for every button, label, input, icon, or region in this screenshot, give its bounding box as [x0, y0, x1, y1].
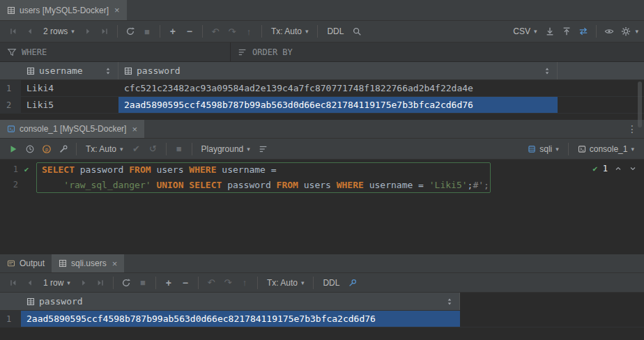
sort-toggle-icon[interactable] — [104, 67, 112, 75]
chevron-down-icon[interactable] — [629, 164, 637, 173]
grid-rows: 12aad5890595ccf4598b787b99ab563d0d66ec82… — [0, 311, 644, 327]
column-header-password[interactable]: password — [118, 62, 558, 79]
toolbar-divider — [202, 25, 203, 38]
tab-label: sqli.users — [71, 258, 107, 268]
rollback-icon[interactable]: ↺ — [146, 141, 161, 157]
tx-mode-dropdown[interactable]: Tx: Auto ▾ — [263, 275, 309, 291]
previous-page-icon[interactable] — [22, 275, 38, 291]
close-tab-icon[interactable]: × — [112, 258, 118, 269]
export-data-icon[interactable] — [542, 24, 558, 39]
order-by-filter-field[interactable]: ORDER BY — [231, 47, 300, 57]
tx-mode-dropdown[interactable]: Tx: Auto ▾ — [267, 24, 313, 39]
redo-icon[interactable]: ↷ — [224, 24, 240, 39]
ddl-button[interactable]: DDL — [319, 275, 344, 291]
close-tab-icon[interactable]: × — [114, 5, 120, 15]
table-cell[interactable]: 2aad5890595ccf4598b787b99ab563d0d66ec821… — [118, 97, 558, 113]
tab-output[interactable]: Output — [0, 254, 52, 272]
search-icon[interactable] — [349, 24, 365, 39]
reload-data-icon[interactable] — [123, 24, 138, 39]
order-by-label: ORDER BY — [252, 47, 293, 57]
grid-rows: 1Liki4cfc521c23482ac93a09584ad2e139c4a7f… — [0, 80, 644, 114]
row-number: 1 — [0, 80, 21, 96]
playground-dropdown[interactable]: Playground ▾ — [197, 141, 254, 157]
table-row[interactable]: 12aad5890595ccf4598b787b99ab563d0d66ec82… — [0, 311, 644, 327]
table-cell[interactable]: 2aad5890595ccf4598b787b99ab563d0d66ec821… — [21, 311, 460, 327]
column-label: username — [39, 65, 83, 76]
submit-icon[interactable]: ↑ — [241, 24, 256, 39]
tx-mode-dropdown[interactable]: Tx: Auto ▾ — [82, 141, 128, 157]
row-number: 2 — [0, 97, 21, 113]
grid-filler — [0, 114, 644, 120]
pin-tab-icon[interactable] — [345, 275, 360, 291]
history-clock-icon[interactable] — [22, 141, 38, 157]
tab-console[interactable]: console_1 [MySQL5-Docker] × — [0, 120, 144, 138]
undo-icon[interactable]: ↶ — [204, 275, 219, 291]
delete-row-icon[interactable]: − — [182, 24, 197, 39]
toolbar-divider — [192, 143, 192, 155]
stop-icon[interactable]: ■ — [171, 141, 187, 157]
add-row-icon[interactable]: + — [161, 275, 176, 291]
commit-check-icon[interactable]: ✔ — [129, 141, 144, 157]
result-tab-bar: Output sqli.users × — [0, 254, 644, 273]
table-row[interactable]: 2Liki52aad5890595ccf4598b787b99ab563d0d6… — [0, 97, 644, 114]
bottom-result-grid: password 12aad5890595ccf4598b787b99ab563… — [0, 293, 644, 340]
tab-users-grid[interactable]: users [MySQL5-Docker] × — [0, 0, 127, 20]
session-dropdown[interactable]: console_1 ▾ — [574, 141, 638, 157]
stop-icon[interactable]: ■ — [139, 24, 155, 39]
sort-toggle-icon[interactable] — [445, 298, 454, 306]
chevron-down-icon: ▾ — [534, 28, 537, 35]
code-text[interactable]: SELECT password FROM users WHERE usernam… — [35, 164, 277, 175]
result-toolbar: 1 row ▾ ■ + − ↶ ↷ ↑ Tx: Auto ▾ DDL — [0, 273, 644, 293]
previous-page-icon[interactable] — [22, 24, 38, 39]
page-size-dropdown[interactable]: 1 row ▾ — [39, 275, 75, 291]
submit-icon[interactable]: ↑ — [237, 275, 252, 291]
tx-mode-label: Tx: Auto — [271, 26, 302, 36]
editor-line[interactable]: 2 'raw_sql_danger' UNION SELECT password… — [0, 177, 644, 192]
reload-data-icon[interactable] — [118, 275, 134, 291]
close-tab-icon[interactable]: × — [132, 124, 137, 134]
wrench-icon[interactable] — [56, 141, 71, 157]
table-cell[interactable]: Liki4 — [21, 80, 118, 96]
tab-result-grid[interactable]: sqli.users × — [52, 254, 124, 272]
delete-row-icon[interactable]: − — [178, 275, 193, 291]
export-format-dropdown[interactable]: CSV ▾ — [509, 24, 541, 39]
tx-mode-label: Tx: Auto — [86, 144, 116, 154]
last-page-icon[interactable] — [97, 24, 112, 39]
sql-editor[interactable]: 1✔SELECT password FROM users WHERE usern… — [0, 160, 644, 254]
page-size-dropdown[interactable]: 2 rows ▾ — [39, 24, 79, 39]
undo-icon[interactable]: ↶ — [208, 24, 223, 39]
table-cell[interactable]: cfc521c23482ac93a09584ad2e139c4a7fc87077… — [118, 80, 558, 96]
schema-dropdown[interactable]: sqli ▾ — [523, 141, 563, 157]
first-page-icon[interactable] — [6, 24, 21, 39]
compare-data-icon[interactable] — [576, 24, 591, 39]
view-options-eye-icon[interactable] — [601, 24, 617, 39]
ddl-label: DDL — [327, 26, 344, 36]
redo-icon[interactable]: ↷ — [220, 275, 236, 291]
stop-icon[interactable]: ■ — [135, 275, 151, 291]
chevron-up-icon[interactable] — [614, 164, 622, 173]
editor-line[interactable]: 1✔SELECT password FROM users WHERE usern… — [0, 162, 644, 177]
column-header-password[interactable]: password — [21, 293, 460, 310]
last-page-icon[interactable] — [93, 275, 108, 291]
ddl-button[interactable]: DDL — [323, 24, 348, 39]
first-page-icon[interactable] — [6, 275, 21, 291]
add-row-icon[interactable]: + — [165, 24, 181, 39]
code-text[interactable]: 'raw_sql_danger' UNION SELECT password F… — [35, 180, 489, 190]
column-header-username[interactable]: username — [21, 62, 118, 79]
settings-gear-icon[interactable] — [618, 24, 634, 39]
next-page-icon[interactable] — [76, 275, 91, 291]
sort-toggle-icon[interactable] — [543, 67, 551, 75]
parameters-icon[interactable] — [39, 141, 54, 157]
output-layout-icon[interactable] — [256, 141, 271, 157]
execution-widget: ✔ 1 — [592, 164, 637, 173]
chevron-down-icon: ▾ — [71, 28, 75, 35]
vertical-scrollbar[interactable] — [638, 82, 642, 128]
import-data-icon[interactable] — [559, 24, 574, 39]
table-cell[interactable]: Liki5 — [21, 97, 118, 113]
run-icon[interactable] — [6, 141, 21, 157]
next-page-icon[interactable] — [80, 24, 95, 39]
output-icon — [7, 259, 15, 268]
toolbar-divider — [76, 143, 77, 155]
where-filter-field[interactable]: WHERE — [0, 47, 230, 57]
table-row[interactable]: 1Liki4cfc521c23482ac93a09584ad2e139c4a7f… — [0, 80, 644, 97]
